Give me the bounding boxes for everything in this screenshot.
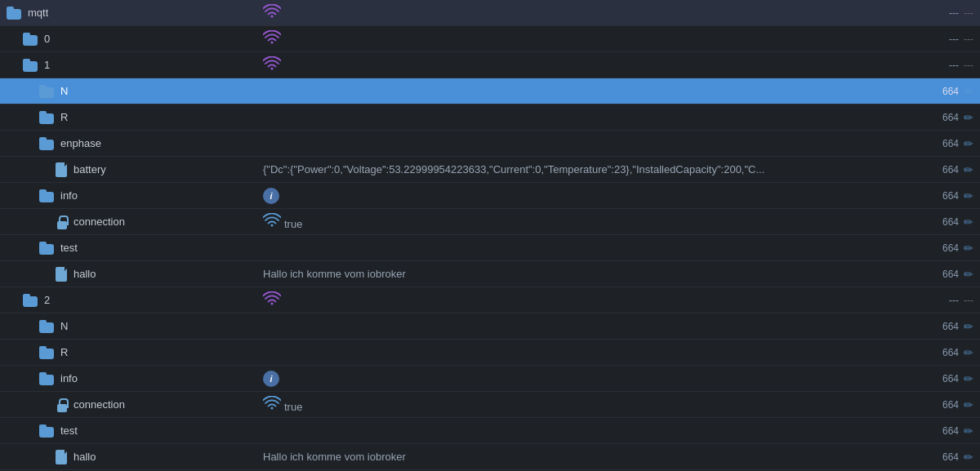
row-left: info	[3, 189, 256, 202]
edit-icon[interactable]: ✏	[964, 398, 973, 411]
row-label: connection	[74, 216, 125, 228]
row-id: ---	[949, 60, 959, 71]
folder-icon	[39, 372, 56, 385]
row-id: 664	[942, 216, 959, 228]
tree-row[interactable]: R664✏	[0, 104, 980, 131]
row-right: 664✏	[903, 320, 977, 333]
edit-icon[interactable]: ✏	[964, 242, 973, 255]
row-label: enphase	[60, 137, 101, 149]
tree-row[interactable]: battery{"Dc":{"Power":0,"Voltage":53.229…	[0, 157, 980, 183]
edit-icon[interactable]: ✏	[964, 163, 973, 176]
row-id: 664	[942, 86, 959, 97]
folder-icon	[39, 85, 56, 98]
lock-icon	[56, 215, 69, 229]
tree-row[interactable]: 1 ------	[0, 52, 980, 78]
row-label: connection	[74, 398, 125, 411]
file-icon	[56, 450, 69, 464]
folder-icon	[23, 59, 39, 72]
tree-row[interactable]: 2 ------	[0, 287, 980, 313]
row-label: 0	[44, 33, 50, 45]
dash-icon: ---	[964, 7, 973, 19]
wifi-icon	[263, 4, 281, 19]
tree-row[interactable]: test664✏	[0, 235, 980, 261]
file-icon	[56, 267, 69, 282]
edit-icon[interactable]: ✏	[964, 424, 973, 438]
tree-row[interactable]: infoi664✏	[0, 183, 980, 209]
tree-row[interactable]: halloHallo ich komme vom iobroker664✏	[0, 261, 980, 287]
row-id: 664	[942, 373, 959, 384]
row-right: 664✏	[903, 242, 977, 255]
wifi-icon	[263, 30, 281, 45]
value-text: Hallo ich komme vom iobroker	[263, 268, 406, 280]
row-right: 664✏	[903, 346, 977, 359]
value-text: Hallo ich komme vom iobroker	[263, 451, 406, 463]
tree-row[interactable]: halloHallo ich komme vom iobroker664✏	[0, 444, 980, 470]
row-right: 664✏	[903, 189, 977, 202]
tree-row[interactable]: R664✏	[0, 340, 980, 366]
edit-icon[interactable]: ✏	[964, 268, 973, 281]
folder-icon	[39, 111, 56, 124]
tree-row[interactable]: infoi664✏	[0, 366, 980, 392]
folder-icon	[39, 189, 56, 202]
row-label: hallo	[74, 451, 96, 463]
tree-row[interactable]: connection true664✏	[0, 392, 980, 418]
row-id: 664	[942, 347, 959, 358]
edit-icon[interactable]: ✏	[964, 137, 973, 150]
folder-icon	[39, 346, 56, 359]
row-id: ---	[949, 33, 959, 45]
row-right: ------	[903, 33, 977, 45]
edit-icon[interactable]: ✏	[964, 372, 973, 385]
row-right: 664✏	[903, 424, 977, 438]
row-left: N	[3, 85, 256, 98]
row-id: 664	[942, 269, 959, 280]
row-label: mqtt	[28, 7, 48, 19]
edit-icon[interactable]: ✏	[964, 216, 973, 229]
edit-icon[interactable]: ✏	[964, 85, 973, 98]
edit-icon[interactable]: ✏	[964, 189, 973, 202]
edit-icon[interactable]: ✏	[964, 111, 973, 124]
row-id: 664	[942, 138, 959, 149]
row-left: hallo	[3, 450, 256, 464]
row-label: 1	[44, 59, 50, 71]
file-icon	[56, 162, 69, 177]
row-left: mqtt	[3, 7, 256, 20]
tree-row[interactable]: connection true664✏	[0, 209, 980, 235]
edit-icon[interactable]: ✏	[964, 346, 973, 359]
row-right: 664✏	[903, 137, 977, 150]
tree-container: mqtt ------0 ------1 ------N664✏R664✏enp…	[0, 0, 980, 471]
row-left: test	[3, 424, 256, 438]
wifi-small-icon	[263, 396, 281, 411]
row-right: 664✏	[903, 451, 977, 464]
row-left: R	[3, 346, 256, 359]
edit-icon[interactable]: ✏	[964, 320, 973, 333]
edit-icon[interactable]: ✏	[964, 451, 973, 464]
row-left: connection	[3, 398, 256, 412]
row-right: 664✏	[903, 216, 977, 229]
row-left: battery	[3, 162, 256, 177]
row-label: N	[60, 85, 68, 97]
row-left: info	[3, 372, 256, 385]
tree-row[interactable]: test664✏	[0, 418, 980, 444]
row-value: i	[256, 371, 903, 387]
row-left: 0	[3, 33, 256, 46]
row-label: hallo	[74, 268, 96, 280]
row-left: R	[3, 111, 256, 124]
row-value: true	[256, 213, 903, 230]
tree-row[interactable]: N664✏	[0, 313, 980, 340]
row-right: ------	[903, 60, 977, 71]
tree-row[interactable]: mqtt ------	[0, 0, 980, 26]
tree-row[interactable]: 0 ------	[0, 26, 980, 52]
row-label: R	[60, 346, 68, 358]
dash-icon: ---	[964, 33, 973, 45]
row-left: connection	[3, 215, 256, 229]
row-left: enphase	[3, 137, 256, 150]
row-id: 664	[942, 190, 959, 202]
tree-row[interactable]: enphase664✏	[0, 131, 980, 157]
value-text: true	[284, 218, 302, 230]
row-id: 664	[942, 242, 959, 254]
row-id: 664	[942, 425, 959, 437]
tree-row[interactable]: N664✏	[0, 78, 980, 104]
row-id: 664	[942, 399, 959, 411]
lock-icon	[56, 398, 69, 412]
row-right: 664✏	[903, 111, 977, 124]
